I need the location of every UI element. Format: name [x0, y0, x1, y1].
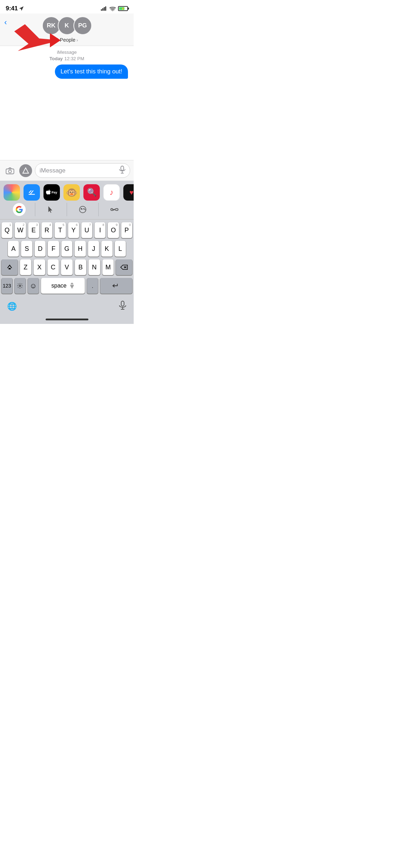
key-i[interactable]: 8I: [94, 222, 106, 238]
key-b[interactable]: B: [75, 259, 87, 275]
timestamp-service: iMessage: [6, 49, 128, 55]
key-q[interactable]: 1Q: [1, 222, 12, 238]
key-u[interactable]: 7U: [81, 222, 92, 238]
status-bar: 9:41 ⚡: [0, 0, 134, 14]
app-heart[interactable]: ♥: [123, 184, 134, 201]
avatars-row[interactable]: RK K PG: [42, 16, 92, 35]
app-drawer-icons: Pay 🐵 🔍 ♪ ♥: [0, 183, 134, 202]
timestamp-line: Today 12:32 PM: [6, 55, 128, 62]
app-monkey[interactable]: 🐵: [63, 184, 80, 201]
status-time: 9:41: [6, 5, 24, 12]
svg-point-5: [112, 10, 113, 11]
svg-point-14: [81, 208, 82, 210]
message-input-wrap[interactable]: iMessage: [35, 163, 130, 178]
key-x[interactable]: X: [34, 259, 45, 275]
app-photos[interactable]: [4, 184, 20, 201]
keyboard-row-4: 123 ☺ space .: [1, 278, 132, 294]
stickers-icon: [79, 206, 87, 213]
key-period[interactable]: .: [87, 278, 98, 294]
key-g[interactable]: G: [61, 241, 72, 257]
key-k[interactable]: K: [101, 241, 112, 257]
message-bubble[interactable]: Let's test this thing out!: [55, 64, 128, 79]
key-space[interactable]: space: [41, 278, 85, 294]
key-z[interactable]: Z: [20, 259, 32, 275]
app-drawer: Pay 🐵 🔍 ♪ ♥: [0, 181, 134, 219]
mic-icon: [119, 166, 125, 174]
key-h[interactable]: H: [74, 241, 86, 257]
key-d[interactable]: D: [35, 241, 46, 257]
svg-rect-2: [102, 8, 103, 11]
key-a[interactable]: A: [8, 241, 19, 257]
gif-google[interactable]: [4, 203, 35, 216]
key-m[interactable]: M: [102, 259, 114, 275]
group-label[interactable]: 3 People ›: [56, 37, 78, 43]
chat-area: iMessage Today 12:32 PM Let's test this …: [0, 46, 134, 160]
key-123[interactable]: 123: [1, 278, 12, 294]
infinite-icon: [109, 207, 119, 212]
back-button[interactable]: ‹: [4, 18, 7, 27]
gif-stickers[interactable]: [67, 203, 99, 216]
key-s[interactable]: S: [21, 241, 32, 257]
svg-rect-1: [101, 9, 102, 11]
space-label: space: [51, 283, 67, 289]
app-music[interactable]: ♪: [103, 184, 120, 201]
svg-rect-19: [71, 283, 73, 286]
home-indicator: [0, 316, 134, 324]
space-mic-icon: [70, 283, 74, 289]
avatar-pg: PG: [73, 16, 92, 35]
key-n[interactable]: N: [88, 259, 100, 275]
status-icons: ⚡: [101, 6, 128, 11]
app-applepay[interactable]: Pay: [43, 184, 60, 201]
message-text: Let's test this thing out!: [61, 68, 122, 75]
key-emoji[interactable]: ☺: [28, 278, 39, 294]
svg-rect-10: [121, 166, 124, 170]
key-r[interactable]: 4R: [41, 222, 52, 238]
key-v[interactable]: V: [61, 259, 73, 275]
chevron-right-icon: ›: [76, 37, 78, 43]
svg-rect-22: [121, 301, 124, 306]
key-y[interactable]: 6Y: [68, 222, 79, 238]
key-p[interactable]: 0P: [121, 222, 132, 238]
message-bubble-row: Let's test this thing out!: [6, 64, 128, 79]
key-f[interactable]: F: [48, 241, 59, 257]
shift-icon: [6, 264, 13, 270]
bottom-mic-icon: [119, 301, 127, 310]
key-l[interactable]: L: [115, 241, 126, 257]
gif-infinite[interactable]: [99, 203, 130, 216]
delete-icon: [120, 264, 128, 270]
key-e[interactable]: 3E: [28, 222, 39, 238]
key-delete[interactable]: [116, 259, 132, 275]
gif-row: [0, 202, 134, 218]
location-icon: [19, 6, 24, 11]
group-label-text: 3 People: [56, 37, 75, 43]
battery-icon: ⚡: [118, 6, 128, 11]
svg-point-9: [9, 170, 11, 173]
return-icon: [112, 283, 120, 289]
key-c[interactable]: C: [47, 259, 59, 275]
time-display: 9:41: [6, 5, 18, 12]
app-appstore[interactable]: [24, 184, 40, 201]
svg-rect-4: [105, 6, 106, 11]
keyboard-row-3: Z X C V B N M: [1, 259, 132, 275]
key-o[interactable]: 9O: [108, 222, 119, 238]
app-search[interactable]: 🔍: [83, 184, 100, 201]
key-shift[interactable]: [1, 259, 18, 275]
key-settings[interactable]: [15, 278, 26, 294]
pay-label: Pay: [51, 191, 57, 194]
key-t[interactable]: 5T: [55, 222, 66, 238]
keyboard: 1Q 2W 3E 4R 5T 6Y 7U 8I 9O 0P A S D F G …: [0, 219, 134, 298]
camera-button[interactable]: [4, 164, 16, 177]
mic-button[interactable]: [119, 301, 127, 312]
message-timestamp: iMessage Today 12:32 PM: [6, 49, 128, 62]
timestamp-prefix: Today: [50, 56, 63, 61]
globe-button[interactable]: 🌐: [7, 302, 17, 311]
keyboard-row-2: A S D F G H J K L: [1, 241, 132, 257]
google-icon: [13, 203, 26, 216]
key-w[interactable]: 2W: [15, 222, 26, 238]
key-return[interactable]: [100, 278, 132, 294]
apple-icon: [46, 190, 51, 195]
apps-button[interactable]: [19, 164, 32, 177]
key-j[interactable]: J: [88, 241, 99, 257]
timestamp-time: 12:32 PM: [65, 56, 84, 61]
gif-cursor[interactable]: [35, 203, 67, 216]
